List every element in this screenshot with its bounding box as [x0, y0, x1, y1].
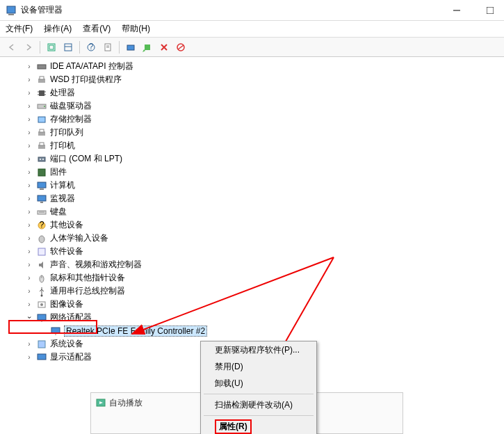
- toolbar-separator: [119, 41, 120, 54]
- expand-icon[interactable]: ›: [25, 353, 33, 361]
- expand-icon[interactable]: ›: [25, 287, 33, 295]
- expand-icon[interactable]: ›: [25, 234, 33, 242]
- expand-icon[interactable]: ›: [25, 63, 33, 70]
- expand-icon[interactable]: ›: [25, 89, 33, 97]
- menu-help[interactable]: 帮助(H): [122, 23, 150, 35]
- context-properties[interactable]: 属性(R): [201, 418, 316, 434]
- tree-item-network-adapter[interactable]: › 网络适配器: [0, 311, 504, 324]
- context-update-driver[interactable]: 更新驱动程序软件(P)...: [201, 341, 316, 358]
- tree-item[interactable]: › 监视器: [0, 192, 504, 205]
- menu-action[interactable]: 操作(A): [44, 23, 72, 35]
- tree-item-label: 磁盘驱动器: [50, 100, 92, 112]
- tree-item-label: 打印队列: [50, 127, 83, 138]
- expand-icon[interactable]: ›: [25, 208, 33, 216]
- tree-item[interactable]: › 存储控制器: [0, 113, 504, 126]
- up-button[interactable]: [44, 40, 59, 55]
- other-icon: ?: [36, 220, 47, 231]
- tree-item-label: 系统设备: [50, 338, 83, 350]
- maximize-button[interactable]: [482, 2, 498, 19]
- menu-view[interactable]: 查看(V): [83, 23, 111, 35]
- svg-point-48: [41, 294, 43, 296]
- expand-icon[interactable]: ›: [25, 115, 33, 123]
- tree-item[interactable]: › 软件设备: [0, 245, 504, 258]
- tree-item[interactable]: › 打印机: [0, 139, 504, 152]
- tree-item[interactable]: › 打印队列: [0, 126, 504, 139]
- tree-item-label: 人体学输入设备: [50, 232, 108, 244]
- tree-item[interactable]: › WSD 打印提供程序: [0, 73, 504, 86]
- tree-item[interactable]: › IDE ATA/ATAPI 控制器: [0, 60, 504, 73]
- tree-item[interactable]: › 计算机: [0, 179, 504, 192]
- expand-icon[interactable]: ›: [25, 102, 33, 110]
- svg-text:?: ?: [40, 220, 44, 230]
- tree-item[interactable]: › 端口 (COM 和 LPT): [0, 152, 504, 166]
- printer-icon: [36, 140, 47, 152]
- menu-file[interactable]: 文件(F): [6, 23, 33, 35]
- tree-item-label: 显示适配器: [50, 351, 92, 363]
- port-icon: [36, 154, 47, 165]
- context-uninstall[interactable]: 卸载(U): [201, 375, 316, 392]
- tree-item[interactable]: › 图像设备: [0, 298, 504, 311]
- printer-icon: [36, 74, 47, 86]
- svg-rect-39: [40, 202, 43, 203]
- context-disable[interactable]: 禁用(D): [201, 358, 316, 375]
- context-scan[interactable]: 扫描检测硬件改动(A): [201, 396, 316, 413]
- tree-item[interactable]: › 键盘: [0, 205, 504, 218]
- system-icon: [36, 339, 47, 350]
- expand-icon[interactable]: ›: [25, 129, 33, 136]
- enable-button[interactable]: [173, 40, 188, 55]
- tree-item[interactable]: › 通用串行总线控制器: [0, 284, 504, 298]
- image-icon: [36, 299, 47, 310]
- tree-item[interactable]: › 鼠标和其他指针设备: [0, 271, 504, 284]
- expand-icon[interactable]: ›: [25, 155, 33, 163]
- svg-rect-3: [487, 7, 494, 14]
- expand-icon[interactable]: ›: [25, 142, 33, 150]
- expand-icon[interactable]: ›: [25, 221, 33, 229]
- expand-icon[interactable]: ›: [25, 168, 33, 176]
- forward-button[interactable]: [21, 40, 36, 55]
- minimize-button[interactable]: [448, 2, 465, 19]
- remove-button[interactable]: [156, 40, 172, 55]
- add-button[interactable]: [140, 40, 155, 55]
- expand-icon[interactable]: ›: [25, 340, 33, 348]
- svg-rect-27: [38, 117, 45, 122]
- tree-item-label: WSD 打印提供程序: [50, 74, 122, 86]
- tree-item[interactable]: › 人体学输入设备: [0, 232, 504, 245]
- scan-button[interactable]: [123, 40, 138, 55]
- printer-icon: [36, 127, 47, 138]
- tree-item-label: 键盘: [50, 206, 67, 218]
- expand-icon[interactable]: ›: [25, 300, 33, 308]
- tree-item-label: 端口 (COM 和 LPT): [50, 153, 122, 165]
- monitor-icon: [36, 193, 47, 204]
- properties-button[interactable]: [100, 40, 115, 55]
- tree-item[interactable]: › 磁盘驱动器: [0, 99, 504, 113]
- svg-rect-20: [39, 90, 44, 96]
- view-button[interactable]: [60, 40, 76, 55]
- tree-item[interactable]: › 固件: [0, 166, 504, 179]
- tree-item-label: IDE ATA/ATAPI 控制器: [50, 61, 133, 72]
- expand-icon[interactable]: ›: [25, 76, 33, 83]
- svg-rect-19: [40, 77, 44, 79]
- display-icon: [36, 352, 47, 363]
- tree-item-label: 软件设备: [50, 246, 83, 257]
- svg-point-33: [40, 159, 41, 160]
- context-separator: [204, 394, 314, 394]
- expand-icon[interactable]: ›: [25, 182, 33, 189]
- back-button[interactable]: [4, 40, 19, 55]
- svg-rect-13: [127, 45, 134, 50]
- properties-highlight: 属性(R): [215, 419, 252, 434]
- collapse-icon[interactable]: ›: [26, 314, 33, 322]
- svg-point-26: [44, 106, 45, 107]
- expand-icon[interactable]: ›: [25, 248, 33, 255]
- tree-item[interactable]: › 声音、视频和游戏控制器: [0, 258, 504, 271]
- storage-icon: [36, 114, 47, 125]
- tree-item[interactable]: › 处理器: [0, 86, 504, 99]
- tree-item-realtek-adapter[interactable]: Realtek PCIe FE Family Controller #2: [0, 324, 504, 337]
- window-title: 设备管理器: [21, 4, 448, 16]
- tree-item[interactable]: › ? 其他设备: [0, 218, 504, 232]
- expand-icon[interactable]: ›: [25, 274, 33, 282]
- help-button[interactable]: ?: [83, 40, 99, 55]
- expand-icon[interactable]: ›: [25, 195, 33, 202]
- expand-icon[interactable]: ›: [25, 261, 33, 268]
- svg-rect-32: [38, 157, 45, 161]
- audio-icon: [36, 259, 47, 271]
